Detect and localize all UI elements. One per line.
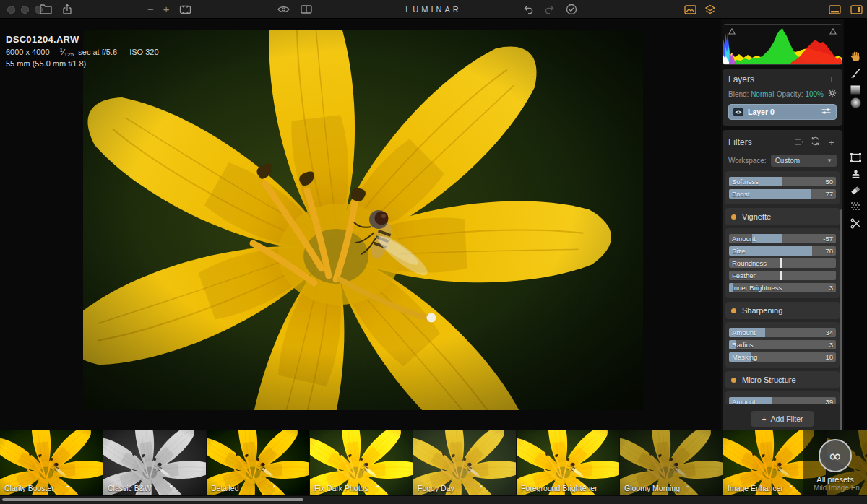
workspace: DSC01204.ARW 6000 x 40001⁄125 sec at f/5… (0, 19, 867, 430)
add-layer-button[interactable]: + (827, 74, 837, 84)
eraser-tool-icon[interactable] (844, 183, 867, 199)
filter-section-header[interactable]: Vignette (725, 208, 840, 225)
filter-section-name: Micro Structure (742, 375, 796, 384)
preset-thumb-fix-dark-photos[interactable]: Fix Dark Photos (310, 430, 413, 495)
slider-label: Feather (732, 271, 756, 279)
slider-amount[interactable]: Amount34 (729, 328, 836, 337)
presets-scrollbar[interactable] (2, 498, 303, 501)
filters-scrollbar[interactable] (840, 209, 842, 439)
slider-amount[interactable]: Amount39 (729, 397, 836, 404)
preset-thumb-foggy-day[interactable]: Foggy Day (413, 430, 516, 495)
slider-value: -57 (823, 235, 833, 243)
preset-label: Foreground Brightener (521, 484, 598, 492)
slider-label: Masking (732, 353, 757, 361)
apply-check-button[interactable] (565, 3, 578, 16)
layer-visibility-eye-icon[interactable] (733, 108, 743, 116)
filter-enabled-dot[interactable] (731, 214, 736, 220)
filter-sliders-group: Amount34Radius3Masking18 (725, 322, 840, 368)
preset-label: Foggy Day (418, 484, 454, 492)
redo-button[interactable] (543, 3, 556, 16)
filter-sliders-group: Softness50Boost77 (725, 171, 840, 204)
undo-button[interactable] (522, 3, 535, 16)
slider-size[interactable]: Size78 (729, 246, 836, 256)
photo-exposure: sec at f/5.6 (78, 48, 117, 56)
filter-section-name: Vignette (742, 212, 771, 221)
filter-section-header[interactable]: Micro Structure (725, 371, 840, 388)
reset-filters-icon[interactable] (811, 136, 820, 149)
presets-scroll-track (0, 496, 867, 504)
opacity-value[interactable]: 100% (805, 90, 824, 98)
filter-list-icon[interactable] (794, 136, 804, 149)
brush-tool-icon[interactable] (844, 66, 867, 82)
blend-label: Blend: (728, 90, 749, 98)
canvas-area: DSC01204.ARW 6000 x 40001⁄125 sec at f/5… (0, 19, 720, 430)
slider-value: 77 (825, 190, 833, 198)
layers-collapse-button[interactable]: − (812, 74, 822, 84)
layer-settings-gear-icon[interactable] (828, 89, 837, 99)
preset-label: Gloomy Morning (624, 484, 680, 492)
layers-toggle-icon[interactable] (704, 3, 717, 16)
preset-thumb-classic-b-w[interactable]: Classic B&W (103, 430, 206, 495)
slider-label: Size (732, 247, 745, 255)
slider-inner-brightness[interactable]: Inner Brightness3 (729, 283, 836, 292)
preset-label: Fix Dark Photos (314, 484, 368, 492)
filter-enabled-dot[interactable] (731, 308, 736, 313)
filter-section-header[interactable]: Sharpening (725, 302, 840, 319)
photo-filename: DSC01204.ARW (6, 34, 159, 45)
blend-value[interactable]: Normal (751, 90, 774, 98)
slider-value: 18 (825, 353, 833, 361)
workspace-label: Workspace: (728, 157, 767, 165)
filter-sections-scroll: Softness50Boost77VignetteAmount-57Size78… (725, 171, 840, 404)
denoise-tool-icon[interactable] (844, 199, 867, 214)
add-filter-plus-icon[interactable]: + (827, 137, 837, 148)
preset-thumb-clarity-booster[interactable]: Clarity Booster (0, 430, 103, 495)
workspace-dropdown[interactable]: Custom ▼ (771, 155, 837, 167)
slider-value: 78 (825, 247, 833, 255)
slider-radius[interactable]: Radius3 (729, 340, 836, 349)
chevron-down-icon: ▼ (827, 157, 832, 164)
presets-panel-toggle-icon[interactable] (683, 3, 696, 16)
slider-amount[interactable]: Amount-57 (729, 234, 836, 243)
slider-label: Radius (732, 341, 754, 349)
layer-adjustments-icon[interactable] (821, 105, 832, 118)
photo-iso: ISO 320 (129, 48, 158, 56)
preset-label: Classic B&W (108, 484, 152, 492)
photo-canvas[interactable] (83, 30, 643, 410)
slider-value: 50 (825, 178, 833, 186)
preset-label: Image Enhancer (728, 484, 783, 492)
filter-sliders-group: Amount39Softness21 (725, 391, 840, 404)
all-presets-label: All presets (816, 475, 853, 484)
slider-softness[interactable]: Softness50 (729, 177, 836, 186)
clone-stamp-tool-icon[interactable] (844, 166, 867, 182)
filter-sliders-group: Amount-57Size78RoundnessFeatherInner Bri… (725, 228, 840, 298)
slider-label: Amount (732, 329, 756, 336)
partial-preset-label: Mild Image En (814, 484, 860, 492)
slider-roundness[interactable]: Roundness (729, 258, 836, 268)
slider-boost[interactable]: Boost77 (729, 189, 836, 199)
add-filter-button[interactable]: +Add Filter (751, 411, 813, 427)
slider-label: Amount (732, 398, 756, 404)
free-transform-tool-icon[interactable] (844, 215, 867, 231)
radial-mask-tool-icon[interactable] (844, 95, 867, 110)
histogram[interactable] (722, 24, 842, 65)
filter-section-name: Sharpening (742, 306, 782, 315)
crop-tool-icon[interactable] (844, 149, 867, 165)
top-toolbar: − + LUMINAR (0, 0, 867, 19)
presets-bar: Clarity Booster (0, 430, 867, 495)
slider-value: 34 (825, 329, 833, 336)
side-panel-toggle-button[interactable] (850, 3, 863, 16)
hand-tool-icon[interactable] (844, 48, 867, 64)
filter-enabled-dot[interactable] (731, 378, 736, 383)
preset-thumb-gloomy-morning[interactable]: Gloomy Morning (620, 430, 722, 495)
slider-feather[interactable]: Feather (729, 271, 836, 280)
bottom-panel-toggle-button[interactable] (828, 3, 841, 16)
all-presets-button[interactable]: ∞ All presets Mild Image En (803, 430, 867, 495)
slider-masking[interactable]: Masking18 (729, 352, 836, 362)
preset-thumb-foreground-brightener[interactable]: Foreground Brightener (517, 430, 619, 495)
luminar-window: − + LUMINAR (0, 0, 867, 504)
opacity-label: Opacity: (777, 90, 803, 98)
layer-row-layer0[interactable]: Layer 0 (728, 104, 837, 120)
slider-label: Roundness (732, 259, 767, 267)
photo-metadata: DSC01204.ARW 6000 x 40001⁄125 sec at f/5… (6, 34, 159, 68)
preset-thumb-detailed[interactable]: Detailed (207, 430, 309, 495)
